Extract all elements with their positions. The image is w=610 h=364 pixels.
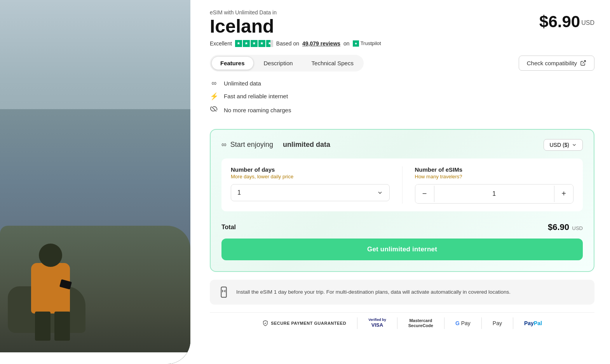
feature-text-3: No more roaming charges bbox=[224, 107, 291, 113]
product-price: $6.90 bbox=[539, 12, 580, 31]
trustpilot-star-icon: ★ bbox=[353, 40, 359, 47]
increment-esims-button[interactable]: + bbox=[554, 185, 573, 203]
footer-divider-5 bbox=[513, 317, 513, 329]
trustpilot-logo: ★ Trustpilot bbox=[353, 40, 381, 47]
hero-image bbox=[0, 0, 190, 364]
apple-pay-label: Pay bbox=[493, 320, 502, 326]
product-title: Iceland bbox=[210, 16, 277, 37]
decrement-esims-button[interactable]: − bbox=[415, 185, 434, 203]
total-price-value: $6.90 bbox=[548, 222, 569, 232]
info-banner-text: Install the eSIM 1 day before your trip.… bbox=[236, 289, 511, 295]
pricing-card-title: ∞ Start enjoying unlimited data bbox=[221, 141, 330, 149]
tab-description[interactable]: Description bbox=[255, 56, 302, 70]
trustpilot-label: Trustpilot bbox=[361, 40, 381, 46]
pricing-header-text1: Start enjoying bbox=[230, 141, 273, 149]
tabs-row: Features Description Technical Specs Che… bbox=[210, 55, 594, 71]
svg-rect-2 bbox=[221, 287, 226, 297]
days-value: 1 bbox=[237, 189, 241, 196]
apple-pay-badge: Pay bbox=[493, 320, 502, 326]
esims-value: 1 bbox=[434, 186, 555, 202]
footer-divider-2 bbox=[397, 317, 397, 329]
pricing-card-header: ∞ Start enjoying unlimited data USD ($) bbox=[221, 139, 583, 151]
star-3: ★ bbox=[251, 40, 258, 47]
days-selector-col: Number of days More days, lower daily pr… bbox=[231, 166, 390, 204]
fast-internet-icon: ⚡ bbox=[210, 92, 218, 101]
star-1: ★ bbox=[235, 40, 242, 47]
paypal-logo: PayPal bbox=[524, 320, 542, 326]
shield-icon bbox=[262, 320, 268, 326]
rating-row: Excellent ★ ★ ★ ★ ★ Based on 49,079 revi… bbox=[210, 40, 594, 47]
stars-display: ★ ★ ★ ★ ★ bbox=[235, 40, 273, 47]
star-5-half: ★ bbox=[266, 40, 273, 47]
mastercard-badge: Mastercard SecureCode bbox=[408, 318, 433, 328]
product-panel: eSIM with Unlimited Data in Iceland $6.9… bbox=[190, 0, 610, 364]
footer-divider-4 bbox=[481, 317, 482, 329]
mastercard-line2: SecureCode bbox=[408, 323, 433, 328]
page-layout: eSIM with Unlimited Data in Iceland $6.9… bbox=[0, 0, 610, 364]
footer-divider-3 bbox=[444, 317, 444, 329]
price-block: $6.90USD bbox=[539, 12, 594, 31]
title-block: eSIM with Unlimited Data in Iceland bbox=[210, 9, 277, 37]
gpay-badge: G Pay bbox=[455, 320, 471, 326]
star-2: ★ bbox=[243, 40, 250, 47]
svg-line-0 bbox=[583, 61, 586, 63]
rating-label: Excellent bbox=[210, 40, 232, 47]
days-sublabel: More days, lower daily price bbox=[231, 174, 390, 179]
features-list: ∞ Unlimited data ⚡ Fast and reliable int… bbox=[210, 79, 594, 120]
visa-logo: VISA bbox=[371, 322, 383, 328]
check-compat-label: Check compatibility bbox=[527, 60, 577, 66]
hero-panel bbox=[0, 0, 190, 364]
esims-counter: − 1 + bbox=[415, 184, 574, 204]
product-header: eSIM with Unlimited Data in Iceland $6.9… bbox=[210, 9, 594, 37]
payment-footer: SECURE PAYMENT GUARANTEED Verified by VI… bbox=[210, 312, 594, 334]
reviews-on-text: on bbox=[343, 40, 350, 47]
reviews-based-on: Based on bbox=[276, 40, 299, 47]
esims-label: Number of eSIMs bbox=[415, 166, 574, 173]
currency-selector-dropdown[interactable]: USD ($) bbox=[544, 139, 583, 151]
info-banner: Install the eSIM 1 day before your trip.… bbox=[210, 280, 594, 305]
days-chevron-icon bbox=[377, 190, 383, 196]
total-price-block: $6.90 USD bbox=[548, 222, 583, 232]
total-row: Total $6.90 USD bbox=[221, 219, 583, 239]
pricing-card: ∞ Start enjoying unlimited data USD ($) … bbox=[210, 129, 594, 272]
feature-text-1: Unlimited data bbox=[224, 80, 261, 87]
feature-text-2: Fast and reliable internet bbox=[224, 93, 288, 99]
paypal-badge: PayPal bbox=[524, 320, 542, 326]
unlimited-data-icon: ∞ bbox=[210, 79, 218, 87]
check-compatibility-button[interactable]: Check compatibility bbox=[519, 56, 594, 71]
tab-features[interactable]: Features bbox=[211, 56, 254, 70]
selectors-row: Number of days More days, lower daily pr… bbox=[221, 158, 583, 211]
gpay-label: G Pay bbox=[455, 320, 471, 326]
tab-technical-specs[interactable]: Technical Specs bbox=[303, 56, 362, 70]
get-unlimited-internet-button[interactable]: Get unlimited internet bbox=[221, 239, 583, 260]
currency-label: USD ($) bbox=[549, 142, 569, 148]
secure-payment-badge: SECURE PAYMENT GUARANTEED bbox=[262, 320, 346, 326]
feature-fast-internet: ⚡ Fast and reliable internet bbox=[210, 92, 594, 101]
selector-divider bbox=[402, 166, 403, 204]
product-subtitle: eSIM with Unlimited Data in bbox=[210, 9, 277, 16]
secure-payment-label: SECURE PAYMENT GUARANTEED bbox=[271, 321, 346, 326]
days-label: Number of days bbox=[231, 166, 390, 173]
pricing-header-text2: unlimited data bbox=[283, 141, 330, 149]
chevron-down-icon bbox=[572, 142, 577, 148]
esims-selector-col: Number of eSIMs How many travelers? − 1 … bbox=[415, 166, 574, 204]
total-label: Total bbox=[221, 224, 236, 231]
external-link-icon bbox=[580, 60, 586, 66]
price-currency-label: USD bbox=[581, 19, 594, 26]
mastercard-line1: Mastercard bbox=[409, 318, 432, 323]
total-price-currency: USD bbox=[572, 225, 583, 231]
star-4: ★ bbox=[258, 40, 265, 47]
visa-badge: Verified by VISA bbox=[368, 318, 386, 328]
feature-unlimited-data: ∞ Unlimited data bbox=[210, 79, 594, 87]
tabs-container: Features Description Technical Specs bbox=[210, 55, 364, 71]
footer-divider-1 bbox=[357, 317, 357, 329]
feature-no-roaming: No more roaming charges bbox=[210, 105, 594, 115]
no-roaming-icon bbox=[210, 105, 218, 115]
reviews-link[interactable]: 49,079 reviews bbox=[302, 40, 340, 47]
esims-sublabel: How many travelers? bbox=[415, 174, 574, 179]
days-dropdown[interactable]: 1 bbox=[231, 184, 390, 201]
infinity-decoration-icon: ∞ bbox=[221, 141, 227, 149]
install-info-icon bbox=[218, 286, 230, 298]
verified-by-label: Verified by bbox=[368, 318, 386, 322]
